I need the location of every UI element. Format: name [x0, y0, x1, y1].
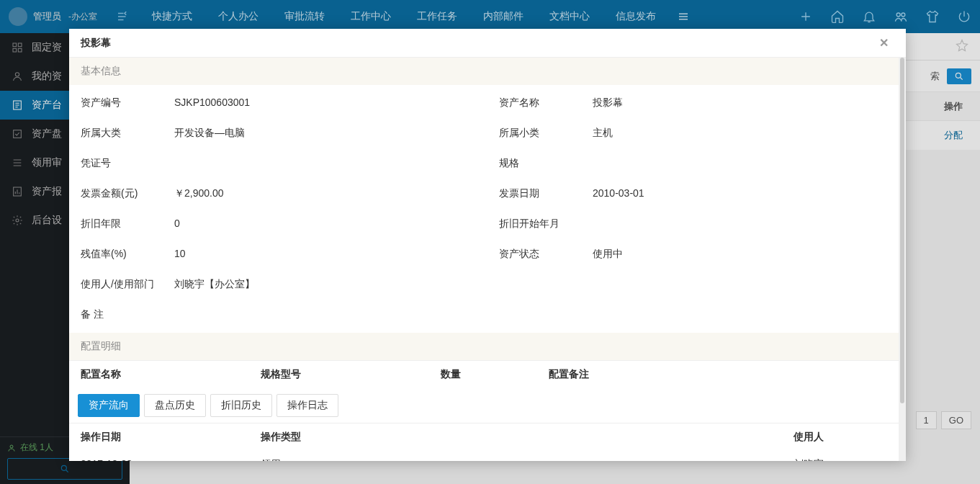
tab-operation-log[interactable]: 操作日志	[277, 394, 338, 417]
field-invoice-date: 发票日期2010-03-01	[487, 179, 906, 209]
tab-inventory-history[interactable]: 盘点历史	[144, 394, 206, 417]
field-dep-years: 折旧年限0	[69, 209, 487, 239]
value: ￥2,900.00	[174, 187, 224, 200]
label: 发票金额(元)	[81, 187, 174, 200]
label: 规格	[499, 157, 593, 170]
field-small-cat: 所属小类主机	[487, 118, 906, 148]
log-col-type: 操作类型	[261, 431, 794, 444]
label: 所属小类	[499, 127, 593, 140]
value: 2010-03-01	[593, 187, 644, 200]
field-remark: 备 注	[69, 300, 906, 330]
basic-info-grid: 资产编号SJKP100603001 资产名称投影幕 所属大类开发设备—电脑 所属…	[69, 85, 906, 333]
label: 使用人/使用部门	[81, 278, 174, 291]
field-status: 资产状态使用中	[487, 239, 906, 269]
modal-scrollbar[interactable]	[899, 58, 906, 461]
label: 发票日期	[499, 187, 593, 200]
tab-asset-flow[interactable]: 资产流向	[78, 394, 140, 417]
value: 开发设备—电脑	[174, 127, 245, 140]
asset-detail-modal: 投影幕 ✕ 基本信息 资产编号SJKP100603001 资产名称投影幕 所属大…	[69, 29, 906, 461]
log-col-user: 使用人	[794, 431, 894, 444]
tab-depreciation-history[interactable]: 折旧历史	[210, 394, 272, 417]
value: 使用中	[593, 248, 623, 261]
field-asset-no: 资产编号SJKP100603001	[69, 88, 487, 118]
log-col-date: 操作日期	[81, 431, 261, 444]
label: 残值率(%)	[81, 248, 174, 261]
config-col-qty: 数量	[441, 368, 549, 381]
modal-body: 基本信息 资产编号SJKP100603001 资产名称投影幕 所属大类开发设备—…	[69, 58, 906, 461]
config-col-name: 配置名称	[81, 368, 261, 381]
value: 刘晓宇【办公室】	[174, 278, 255, 291]
label: 备 注	[81, 308, 174, 321]
config-section-title: 配置明细	[69, 333, 906, 360]
label: 凭证号	[81, 157, 174, 170]
field-voucher: 凭证号	[69, 148, 487, 179]
field-residual: 残值率(%)10	[69, 239, 487, 269]
scroll-thumb[interactable]	[900, 58, 904, 403]
field-user: 使用人/使用部门刘晓宇【办公室】	[69, 269, 906, 300]
field-spec: 规格	[487, 148, 906, 179]
label: 资产名称	[499, 97, 593, 109]
label: 资产状态	[499, 248, 593, 261]
label: 所属大类	[81, 127, 174, 140]
label: 折旧开始年月	[499, 218, 593, 230]
value: 投影幕	[593, 97, 623, 109]
field-big-cat: 所属大类开发设备—电脑	[69, 118, 487, 148]
basic-section-title: 基本信息	[69, 58, 906, 85]
log-header: 操作日期 操作类型 使用人	[69, 423, 906, 451]
field-dep-start: 折旧开始年月	[487, 209, 906, 239]
config-col-note: 配置备注	[549, 368, 894, 381]
log-type: 领用	[261, 458, 794, 461]
log-row: 2017-12-28 领用 刘晓宇	[69, 451, 906, 461]
close-icon[interactable]: ✕	[873, 33, 894, 53]
log-user: 刘晓宇	[794, 458, 894, 461]
field-asset-name: 资产名称投影幕	[487, 88, 906, 118]
value: 主机	[593, 127, 613, 140]
value: 10	[174, 248, 186, 261]
tab-bar: 资产流向 盘点历史 折旧历史 操作日志	[69, 388, 906, 423]
log-date: 2017-12-28	[81, 458, 261, 461]
label: 资产编号	[81, 97, 174, 109]
value: SJKP100603001	[174, 97, 250, 109]
modal-title: 投影幕	[81, 37, 111, 50]
value: 0	[174, 218, 180, 230]
modal-header: 投影幕 ✕	[69, 29, 906, 58]
config-col-model: 规格型号	[261, 368, 441, 381]
label: 折旧年限	[81, 218, 174, 230]
field-invoice-amt: 发票金额(元)￥2,900.00	[69, 179, 487, 209]
config-header: 配置名称 规格型号 数量 配置备注	[69, 360, 906, 388]
